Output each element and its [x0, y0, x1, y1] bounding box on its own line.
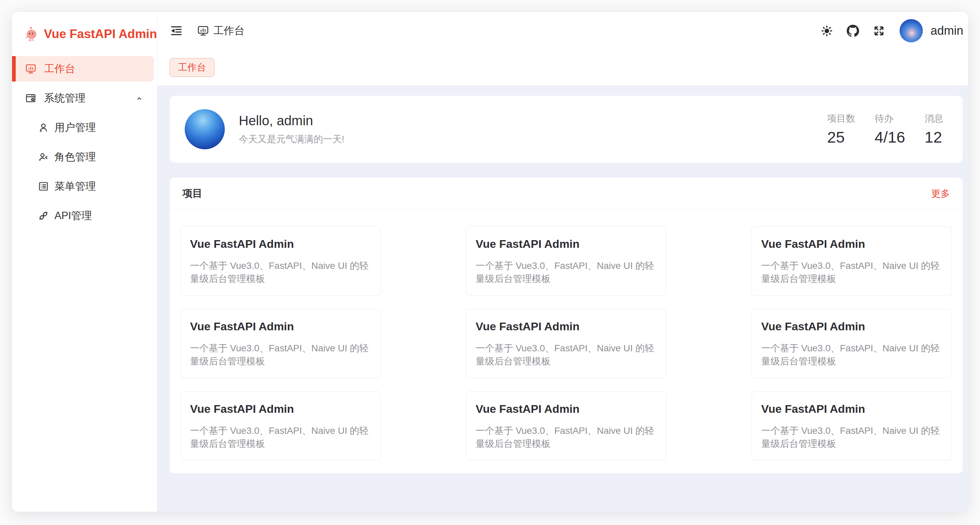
- sun-icon[interactable]: [821, 25, 833, 37]
- project-card-title: Vue FastAPI Admin: [476, 320, 657, 333]
- sidebar-item-label: API管理: [54, 209, 92, 223]
- stat-todos: 待办 4/16: [875, 112, 905, 146]
- app-logo[interactable]: Vue FastAPI Admin: [12, 12, 157, 56]
- welcome-texts: Hello, admin 今天又是元气满满的一天!: [239, 113, 344, 146]
- stat-value: 25: [827, 128, 856, 146]
- window-gear-icon: [25, 92, 37, 104]
- project-card-desc: 一个基于 Vue3.0、FastAPI、Naive UI 的轻量级后台管理模板: [190, 424, 371, 450]
- project-card[interactable]: Vue FastAPI Admin 一个基于 Vue3.0、FastAPI、Na…: [751, 226, 952, 296]
- sidebar-item-api[interactable]: API管理: [12, 203, 157, 228]
- sidebar-item-system[interactable]: 系统管理: [12, 86, 157, 111]
- project-card-desc: 一个基于 Vue3.0、FastAPI、Naive UI 的轻量级后台管理模板: [190, 342, 371, 368]
- role-user-arrow-icon: [38, 151, 49, 163]
- project-card-title: Vue FastAPI Admin: [190, 237, 371, 250]
- project-card-desc: 一个基于 Vue3.0、FastAPI、Naive UI 的轻量级后台管理模板: [476, 424, 657, 450]
- sidebar-item-users[interactable]: 用户管理: [12, 115, 157, 140]
- list-box-icon: [38, 181, 49, 192]
- sidebar-menu: 工作台 系统管理 用户管理 角: [12, 56, 157, 232]
- stat-label: 待办: [875, 112, 905, 125]
- sidebar-item-label: 系统管理: [44, 91, 86, 105]
- projects-panel: 项目 更多 Vue FastAPI Admin 一个基于 Vue3.0、Fast…: [170, 178, 963, 473]
- stat-label: 消息: [924, 112, 943, 125]
- project-card-title: Vue FastAPI Admin: [190, 402, 371, 415]
- route-tag-workbench[interactable]: 工作台: [170, 58, 215, 77]
- greeting-subtitle: 今天又是元气满满的一天!: [239, 133, 344, 146]
- app-title: Vue FastAPI Admin: [44, 27, 157, 41]
- plug-connection-icon: [38, 210, 49, 221]
- projects-title: 项目: [182, 187, 202, 200]
- main-area: 工作台 admin 工作台: [158, 12, 968, 512]
- project-card[interactable]: Vue FastAPI Admin 一个基于 Vue3.0、FastAPI、Na…: [751, 309, 952, 378]
- breadcrumb[interactable]: 工作台: [197, 24, 245, 38]
- user-icon: [38, 122, 49, 133]
- fullscreen-expand-icon[interactable]: [873, 25, 885, 37]
- project-card-desc: 一个基于 Vue3.0、FastAPI、Naive UI 的轻量级后台管理模板: [190, 259, 371, 285]
- project-card-title: Vue FastAPI Admin: [761, 320, 942, 333]
- sidebar-item-label: 角色管理: [54, 150, 96, 164]
- project-card[interactable]: Vue FastAPI Admin 一个基于 Vue3.0、FastAPI、Na…: [466, 309, 667, 378]
- sidebar-item-roles[interactable]: 角色管理: [12, 144, 157, 170]
- topbar-actions: admin: [821, 19, 963, 42]
- sidebar-item-label: 工作台: [44, 62, 75, 76]
- sidebar-item-menus[interactable]: 菜单管理: [12, 173, 157, 199]
- workbench-monitor-icon: [25, 63, 37, 75]
- chick-logo-icon: [25, 25, 38, 43]
- stat-messages: 消息 12: [924, 112, 943, 146]
- project-card[interactable]: Vue FastAPI Admin 一个基于 Vue3.0、FastAPI、Na…: [466, 391, 667, 461]
- stats: 项目数 25 待办 4/16 消息 12: [827, 112, 943, 146]
- project-card-desc: 一个基于 Vue3.0、FastAPI、Naive UI 的轻量级后台管理模板: [761, 424, 942, 450]
- breadcrumb-label: 工作台: [213, 24, 245, 38]
- projects-grid: Vue FastAPI Admin 一个基于 Vue3.0、FastAPI、Na…: [170, 210, 963, 473]
- project-card-title: Vue FastAPI Admin: [761, 237, 942, 250]
- project-card[interactable]: Vue FastAPI Admin 一个基于 Vue3.0、FastAPI、Na…: [180, 309, 381, 378]
- page-content: Hello, admin 今天又是元气满满的一天! 项目数 25 待办 4/16…: [158, 86, 968, 512]
- project-card[interactable]: Vue FastAPI Admin 一个基于 Vue3.0、FastAPI、Na…: [466, 226, 667, 296]
- app-window: Vue FastAPI Admin 工作台 系统管理: [12, 12, 968, 512]
- stat-value: 4/16: [875, 128, 905, 146]
- stat-label: 项目数: [827, 112, 856, 125]
- project-card[interactable]: Vue FastAPI Admin 一个基于 Vue3.0、FastAPI、Na…: [180, 391, 381, 461]
- greeting-title: Hello, admin: [239, 113, 344, 128]
- project-card-title: Vue FastAPI Admin: [476, 402, 657, 415]
- stat-value: 12: [924, 128, 943, 146]
- workbench-monitor-icon: [197, 25, 209, 37]
- more-link[interactable]: 更多: [931, 187, 950, 200]
- profile-avatar: [185, 109, 225, 149]
- project-card-desc: 一个基于 Vue3.0、FastAPI、Naive UI 的轻量级后台管理模板: [476, 259, 657, 285]
- sidebar-item-label: 菜单管理: [54, 179, 96, 193]
- project-card[interactable]: Vue FastAPI Admin 一个基于 Vue3.0、FastAPI、Na…: [751, 391, 952, 461]
- route-tags-bar: 工作台: [158, 49, 968, 86]
- topbar: 工作台 admin: [158, 12, 968, 49]
- menu-fold-icon[interactable]: [170, 24, 183, 37]
- project-card-desc: 一个基于 Vue3.0、FastAPI、Naive UI 的轻量级后台管理模板: [476, 342, 657, 368]
- sidebar: Vue FastAPI Admin 工作台 系统管理: [12, 12, 158, 512]
- username[interactable]: admin: [931, 24, 963, 38]
- sidebar-item-workbench[interactable]: 工作台: [12, 56, 154, 81]
- sidebar-item-label: 用户管理: [54, 121, 96, 135]
- project-card[interactable]: Vue FastAPI Admin 一个基于 Vue3.0、FastAPI、Na…: [180, 226, 381, 296]
- stat-projects: 项目数 25: [827, 112, 856, 146]
- github-icon[interactable]: [847, 25, 859, 37]
- project-card-title: Vue FastAPI Admin: [190, 320, 371, 333]
- user-avatar[interactable]: [899, 19, 923, 42]
- project-card-title: Vue FastAPI Admin: [761, 402, 942, 415]
- projects-header: 项目 更多: [170, 178, 963, 210]
- project-card-desc: 一个基于 Vue3.0、FastAPI、Naive UI 的轻量级后台管理模板: [761, 259, 942, 285]
- project-card-desc: 一个基于 Vue3.0、FastAPI、Naive UI 的轻量级后台管理模板: [761, 342, 942, 368]
- welcome-card: Hello, admin 今天又是元气满满的一天! 项目数 25 待办 4/16…: [170, 96, 963, 163]
- project-card-title: Vue FastAPI Admin: [476, 237, 657, 250]
- chevron-up-icon: [134, 93, 144, 103]
